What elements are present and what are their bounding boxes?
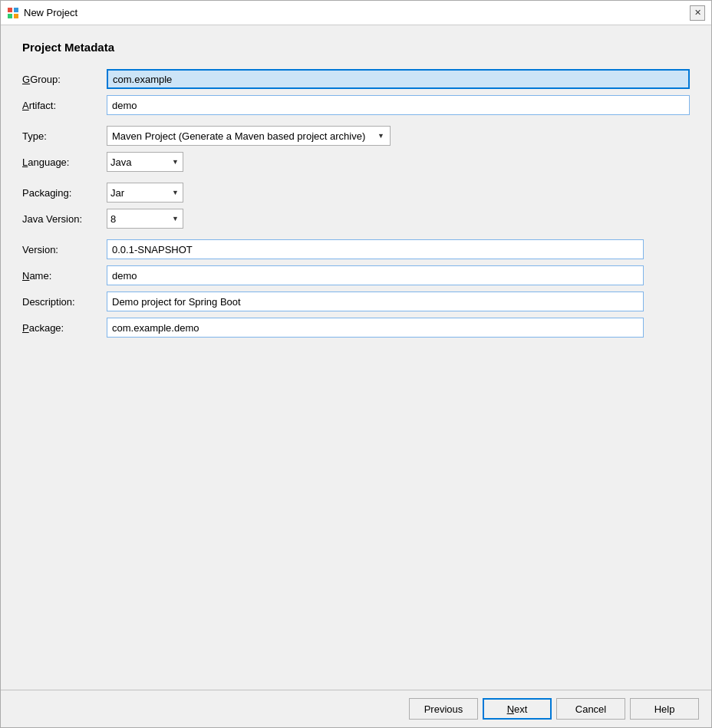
java-version-label: Java Version:: [22, 209, 107, 229]
language-select[interactable]: Java Kotlin Groovy: [107, 152, 183, 172]
language-field: Java Kotlin Groovy: [107, 149, 690, 175]
description-label: Description:: [22, 292, 107, 312]
window-title: New Project: [24, 7, 77, 18]
description-input[interactable]: [107, 292, 644, 311]
type-field: Maven Project (Generate a Maven based pr…: [107, 123, 690, 149]
svg-rect-3: [14, 14, 18, 18]
footer: Previous Next Cancel Help: [1, 690, 711, 727]
cancel-button[interactable]: Cancel: [556, 698, 625, 720]
java-version-select-wrapper: 8 11 17 21: [107, 209, 183, 229]
packaging-select[interactable]: Jar War: [107, 183, 183, 203]
svg-rect-2: [8, 14, 12, 18]
java-version-field: 8 11 17 21: [107, 206, 690, 232]
title-bar: New Project ✕: [1, 1, 711, 25]
artifact-input[interactable]: [107, 95, 690, 115]
help-button[interactable]: Help: [630, 698, 699, 720]
description-field: [107, 288, 690, 315]
type-select[interactable]: Maven Project (Generate a Maven based pr…: [107, 126, 391, 146]
java-version-select[interactable]: 8 11 17 21: [107, 209, 183, 229]
language-select-wrapper: Java Kotlin Groovy: [107, 152, 183, 172]
close-button[interactable]: ✕: [690, 5, 705, 21]
app-icon: [7, 7, 19, 19]
svg-rect-1: [14, 8, 18, 12]
group-label: GGroup:: [22, 69, 107, 90]
type-label: Type:: [22, 126, 107, 147]
svg-rect-0: [8, 8, 12, 12]
packaging-label: Packaging:: [22, 183, 107, 203]
section-title: Project Metadata: [22, 41, 690, 54]
content-area: Project Metadata GGroup: Artifact:: [1, 25, 711, 690]
group-field: [107, 66, 690, 92]
language-label: Language:: [22, 152, 107, 173]
title-bar-left: New Project: [7, 7, 77, 19]
name-field: [107, 262, 690, 288]
name-label: Name:: [22, 265, 107, 286]
previous-button[interactable]: Previous: [409, 698, 478, 720]
dialog: New Project ✕ Project Metadata GGroup: A…: [0, 0, 712, 728]
version-field: [107, 236, 690, 262]
version-input[interactable]: [107, 239, 644, 259]
package-input[interactable]: [107, 318, 644, 338]
packaging-field: Jar War: [107, 180, 690, 206]
name-input[interactable]: [107, 265, 644, 285]
package-field: [107, 315, 690, 341]
type-select-wrapper: Maven Project (Generate a Maven based pr…: [107, 126, 391, 146]
package-label: Package:: [22, 318, 107, 338]
artifact-label: Artifact:: [22, 95, 107, 116]
next-button[interactable]: Next: [483, 698, 552, 720]
artifact-field: [107, 92, 690, 118]
packaging-select-wrapper: Jar War: [107, 183, 183, 203]
form-grid: GGroup: Artifact: Type:: [22, 66, 690, 341]
group-input[interactable]: [107, 69, 690, 89]
version-label: Version:: [22, 239, 107, 260]
